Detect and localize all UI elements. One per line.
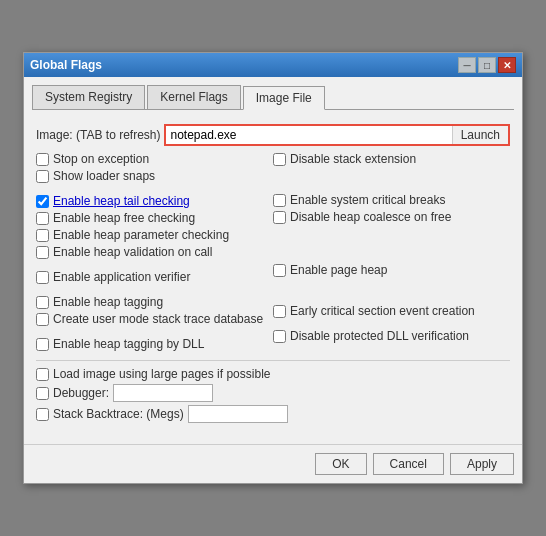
create-stack-trace-checkbox[interactable]: [36, 313, 49, 326]
left-column: Stop on exception Show loader snaps Enab…: [36, 152, 273, 354]
enable-heap-tail-label[interactable]: Enable heap tail checking: [53, 194, 190, 208]
disable-heap-coalesce-label[interactable]: Disable heap coalesce on free: [290, 210, 451, 224]
checkbox-show-loader: Show loader snaps: [36, 169, 273, 183]
checkbox-enable-heap-tag-dll: Enable heap tagging by DLL: [36, 337, 273, 351]
enable-heap-tag-dll-label[interactable]: Enable heap tagging by DLL: [53, 337, 204, 351]
checkbox-load-large-pages: Load image using large pages if possible: [36, 367, 510, 381]
enable-heap-val-label[interactable]: Enable heap validation on call: [53, 245, 212, 259]
bottom-bar: OK Cancel Apply: [24, 444, 522, 483]
tab-kernel-flags[interactable]: Kernel Flags: [147, 85, 240, 109]
ok-button[interactable]: OK: [315, 453, 366, 475]
debugger-label[interactable]: Debugger:: [53, 386, 109, 400]
enable-heap-tag-label[interactable]: Enable heap tagging: [53, 295, 163, 309]
disable-stack-ext-checkbox[interactable]: [273, 153, 286, 166]
stack-backtrace-checkbox[interactable]: [36, 408, 49, 421]
window-title: Global Flags: [30, 58, 102, 72]
enable-heap-param-label[interactable]: Enable heap parameter checking: [53, 228, 229, 242]
global-flags-window: Global Flags ─ □ ✕ System Registry Kerne…: [23, 52, 523, 484]
image-file-tab-content: Image: (TAB to refresh) Launch Stop on e…: [32, 118, 514, 432]
checkbox-enable-heap-tag: Enable heap tagging: [36, 295, 273, 309]
debugger-input[interactable]: [113, 384, 213, 402]
enable-sys-critical-checkbox[interactable]: [273, 194, 286, 207]
tab-image-file[interactable]: Image File: [243, 86, 325, 110]
right-column: Disable stack extension Enable system cr…: [273, 152, 510, 354]
early-critical-section-label[interactable]: Early critical section event creation: [290, 304, 475, 318]
maximize-button[interactable]: □: [478, 57, 496, 73]
debugger-checkbox[interactable]: [36, 387, 49, 400]
checkbox-columns: Stop on exception Show loader snaps Enab…: [36, 152, 510, 354]
checkbox-enable-heap-val: Enable heap validation on call: [36, 245, 273, 259]
enable-heap-free-label[interactable]: Enable heap free checking: [53, 211, 195, 225]
enable-heap-tail-checkbox[interactable]: [36, 195, 49, 208]
enable-page-heap-label[interactable]: Enable page heap: [290, 263, 387, 277]
show-loader-label[interactable]: Show loader snaps: [53, 169, 155, 183]
checkbox-enable-heap-tail: Enable heap tail checking: [36, 194, 273, 208]
stack-backtrace-label[interactable]: Stack Backtrace: (Megs): [53, 407, 184, 421]
enable-heap-param-checkbox[interactable]: [36, 229, 49, 242]
tab-bar: System Registry Kernel Flags Image File: [32, 85, 514, 110]
image-row: Image: (TAB to refresh) Launch: [36, 124, 510, 146]
tab-system-registry[interactable]: System Registry: [32, 85, 145, 109]
show-loader-checkbox[interactable]: [36, 170, 49, 183]
main-content: System Registry Kernel Flags Image File …: [24, 77, 522, 440]
disable-stack-ext-label[interactable]: Disable stack extension: [290, 152, 416, 166]
enable-heap-free-checkbox[interactable]: [36, 212, 49, 225]
disable-heap-coalesce-checkbox[interactable]: [273, 211, 286, 224]
checkbox-disable-heap-coalesce: Disable heap coalesce on free: [273, 210, 510, 224]
checkbox-disable-stack-ext: Disable stack extension: [273, 152, 510, 166]
stack-backtrace-row: Stack Backtrace: (Megs): [36, 405, 510, 423]
enable-heap-tag-checkbox[interactable]: [36, 296, 49, 309]
image-label: Image: (TAB to refresh): [36, 128, 160, 142]
title-bar-buttons: ─ □ ✕: [458, 57, 516, 73]
image-input-wrap: Launch: [164, 124, 510, 146]
minimize-button[interactable]: ─: [458, 57, 476, 73]
checkbox-stop-exception: Stop on exception: [36, 152, 273, 166]
enable-sys-critical-label[interactable]: Enable system critical breaks: [290, 193, 445, 207]
disable-protected-dll-label[interactable]: Disable protected DLL verification: [290, 329, 469, 343]
enable-heap-tag-dll-checkbox[interactable]: [36, 338, 49, 351]
checkbox-early-critical-section: Early critical section event creation: [273, 304, 510, 318]
enable-app-verifier-checkbox[interactable]: [36, 271, 49, 284]
debugger-row: Debugger:: [36, 384, 510, 402]
image-input[interactable]: [166, 126, 451, 144]
section-divider: [36, 360, 510, 361]
stop-exception-label[interactable]: Stop on exception: [53, 152, 149, 166]
apply-button[interactable]: Apply: [450, 453, 514, 475]
create-stack-trace-label[interactable]: Create user mode stack trace database: [53, 312, 263, 326]
enable-app-verifier-label[interactable]: Enable application verifier: [53, 270, 190, 284]
early-critical-section-checkbox[interactable]: [273, 305, 286, 318]
load-large-pages-checkbox[interactable]: [36, 368, 49, 381]
enable-page-heap-checkbox[interactable]: [273, 264, 286, 277]
checkbox-disable-protected-dll: Disable protected DLL verification: [273, 329, 510, 343]
close-button[interactable]: ✕: [498, 57, 516, 73]
stack-backtrace-input[interactable]: [188, 405, 288, 423]
checkbox-enable-app-verifier: Enable application verifier: [36, 270, 273, 284]
disable-protected-dll-checkbox[interactable]: [273, 330, 286, 343]
launch-button[interactable]: Launch: [452, 126, 508, 144]
title-bar: Global Flags ─ □ ✕: [24, 53, 522, 77]
cancel-button[interactable]: Cancel: [373, 453, 444, 475]
checkbox-enable-sys-critical: Enable system critical breaks: [273, 193, 510, 207]
checkbox-create-stack-trace: Create user mode stack trace database: [36, 312, 273, 326]
checkbox-enable-heap-param: Enable heap parameter checking: [36, 228, 273, 242]
checkbox-enable-page-heap: Enable page heap: [273, 263, 510, 277]
enable-heap-val-checkbox[interactable]: [36, 246, 49, 259]
stop-exception-checkbox[interactable]: [36, 153, 49, 166]
checkbox-enable-heap-free: Enable heap free checking: [36, 211, 273, 225]
load-large-pages-label[interactable]: Load image using large pages if possible: [53, 367, 270, 381]
